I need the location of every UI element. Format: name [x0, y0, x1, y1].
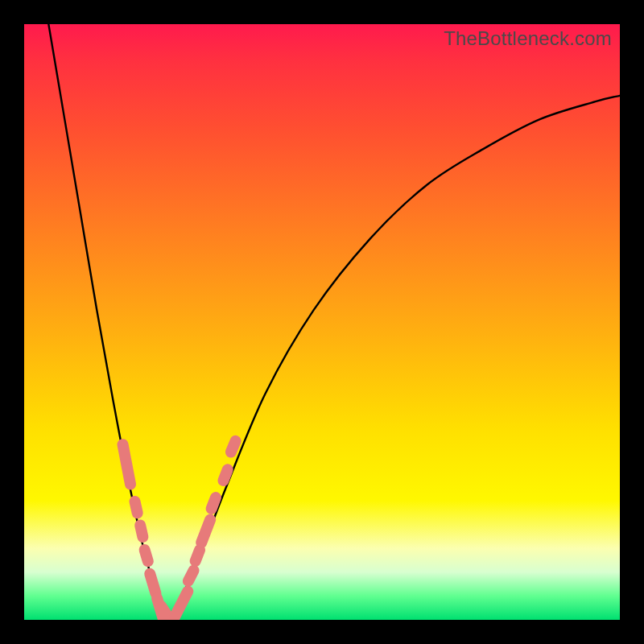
svg-line-13 [231, 441, 236, 452]
chart-svg [24, 24, 620, 620]
marker-layer [123, 441, 236, 620]
svg-line-8 [188, 571, 194, 581]
data-marker [212, 497, 216, 509]
curve-layer [48, 24, 620, 620]
chart-frame: TheBottleneck.com [24, 24, 620, 620]
right_curve-path [169, 96, 620, 620]
svg-line-1 [134, 502, 137, 513]
svg-line-4 [150, 574, 155, 593]
data-marker [145, 550, 148, 561]
svg-line-12 [223, 469, 227, 481]
svg-line-3 [145, 550, 148, 561]
svg-line-11 [212, 497, 216, 509]
data-marker [123, 444, 131, 484]
data-marker [134, 502, 137, 513]
data-marker [231, 441, 236, 452]
svg-line-2 [140, 526, 142, 537]
svg-line-7 [175, 592, 188, 617]
data-marker [140, 526, 142, 537]
data-marker [175, 592, 188, 617]
data-marker [188, 571, 194, 581]
left_curve-path [48, 24, 168, 620]
svg-line-0 [123, 444, 131, 484]
svg-line-9 [196, 550, 200, 561]
svg-line-10 [201, 520, 210, 543]
data-marker [201, 520, 210, 543]
data-marker [196, 550, 200, 561]
data-marker [150, 574, 155, 593]
data-marker [223, 469, 227, 481]
